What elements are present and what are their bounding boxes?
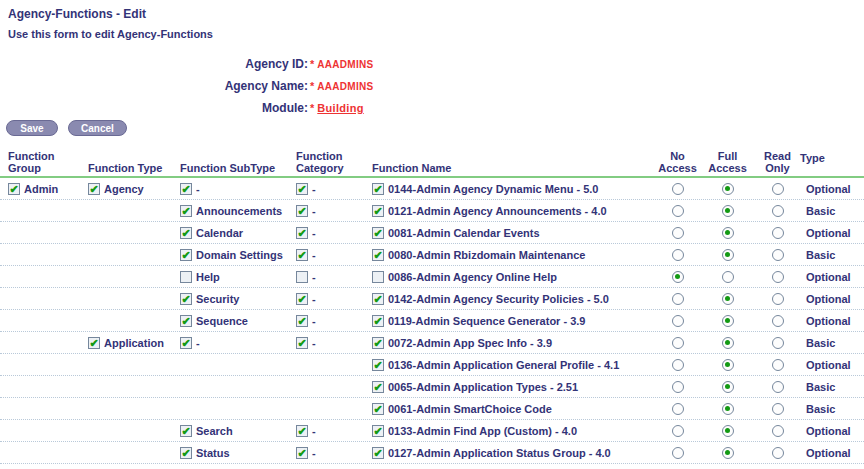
cell-read-only-radio <box>755 359 800 371</box>
read-only-radio[interactable] <box>772 183 784 195</box>
function-name-checkbox[interactable] <box>372 271 384 283</box>
function-category-checkbox[interactable]: ✔ <box>296 249 308 261</box>
cell-category: ✔- <box>296 249 372 261</box>
full-access-radio[interactable] <box>722 249 734 261</box>
table-body: ✔Admin✔Agency✔-✔-✔0144-Admin Agency Dyna… <box>0 178 864 464</box>
read-only-radio[interactable] <box>772 425 784 437</box>
no-access-radio[interactable] <box>672 337 684 349</box>
read-only-radio[interactable] <box>772 381 784 393</box>
function-name-checkbox[interactable]: ✔ <box>372 381 384 393</box>
read-only-radio[interactable] <box>772 359 784 371</box>
function-name-checkbox[interactable]: ✔ <box>372 293 384 305</box>
function-name-checkbox[interactable]: ✔ <box>372 183 384 195</box>
function-name-checkbox[interactable]: ✔ <box>372 337 384 349</box>
full-access-radio[interactable] <box>722 403 734 415</box>
function-category-checkbox[interactable]: ✔ <box>296 227 308 239</box>
no-access-radio[interactable] <box>672 425 684 437</box>
no-access-radio[interactable] <box>672 381 684 393</box>
function-subtype-checkbox[interactable]: ✔ <box>180 183 192 195</box>
function-subtype-checkbox[interactable]: ✔ <box>180 425 192 437</box>
no-access-radio[interactable] <box>672 293 684 305</box>
full-access-radio[interactable] <box>722 425 734 437</box>
cell-subtype: ✔Calendar <box>180 227 296 239</box>
function-category-checkbox[interactable]: ✔ <box>296 315 308 327</box>
function-name-checkbox[interactable]: ✔ <box>372 425 384 437</box>
cell-category: ✔- <box>296 293 372 305</box>
table-row: ✔0061-Admin SmartChoice CodeBasic <box>0 398 864 420</box>
full-access-radio[interactable] <box>722 227 734 239</box>
function-name-checkbox[interactable]: ✔ <box>372 359 384 371</box>
function-subtype-checkbox[interactable]: ✔ <box>180 447 192 459</box>
function-category-checkbox[interactable]: ✔ <box>296 337 308 349</box>
function-subtype-checkbox[interactable]: ✔ <box>180 315 192 327</box>
function-category-checkbox[interactable]: ✔ <box>296 425 308 437</box>
col-header-function-group: Function Group <box>8 150 88 176</box>
read-only-radio[interactable] <box>772 403 784 415</box>
function-subtype-checkbox[interactable]: ✔ <box>180 337 192 349</box>
function-category-checkbox[interactable]: ✔ <box>296 183 308 195</box>
function-type-checkbox[interactable]: ✔ <box>88 183 100 195</box>
cell-type-label: Optional <box>800 425 864 437</box>
cell-subtype: ✔Sequence <box>180 315 296 327</box>
full-access-radio[interactable] <box>722 271 734 283</box>
read-only-radio[interactable] <box>772 271 784 283</box>
function-subtype-checkbox[interactable] <box>180 271 192 283</box>
cell-category: ✔- <box>296 337 372 349</box>
full-access-radio[interactable] <box>722 359 734 371</box>
function-category-checkbox[interactable]: ✔ <box>296 293 308 305</box>
full-access-radio[interactable] <box>722 183 734 195</box>
function-subtype-checkbox[interactable]: ✔ <box>180 227 192 239</box>
function-name-checkbox[interactable]: ✔ <box>372 249 384 261</box>
cell-subtype: Help <box>180 271 296 283</box>
full-access-radio[interactable] <box>722 337 734 349</box>
function-category-checkbox[interactable]: ✔ <box>296 205 308 217</box>
read-only-radio[interactable] <box>772 205 784 217</box>
function-name-checkbox[interactable]: ✔ <box>372 403 384 415</box>
function-group-checkbox[interactable]: ✔ <box>8 183 20 195</box>
function-subtype-checkbox[interactable]: ✔ <box>180 205 192 217</box>
read-only-radio[interactable] <box>772 447 784 459</box>
read-only-radio[interactable] <box>772 227 784 239</box>
cell-full-access-radio <box>700 381 755 393</box>
edit-form: Agency ID: * AAADMINS Agency Name: * AAA… <box>8 53 608 119</box>
read-only-radio[interactable] <box>772 315 784 327</box>
save-button[interactable]: Save <box>6 120 58 136</box>
function-subtype-checkbox[interactable]: ✔ <box>180 293 192 305</box>
table-row: ✔Announcements✔-✔0121-Admin Agency Annou… <box>0 200 864 222</box>
function-name-checkbox[interactable]: ✔ <box>372 227 384 239</box>
function-category-checkbox[interactable]: ✔ <box>296 447 308 459</box>
no-access-radio[interactable] <box>672 205 684 217</box>
function-name-checkbox[interactable]: ✔ <box>372 447 384 459</box>
read-only-radio[interactable] <box>772 249 784 261</box>
cell-full-access-radio <box>700 403 755 415</box>
no-access-radio[interactable] <box>672 249 684 261</box>
full-access-radio[interactable] <box>722 381 734 393</box>
cell-read-only-radio <box>755 425 800 437</box>
row-type-label: Basic <box>800 337 835 349</box>
no-access-radio[interactable] <box>672 403 684 415</box>
function-name-checkbox[interactable]: ✔ <box>372 315 384 327</box>
table-row: ✔Calendar✔-✔0081-Admin Calendar EventsOp… <box>0 222 864 244</box>
table-row: ✔Sequence✔-✔0119-Admin Sequence Generato… <box>0 310 864 332</box>
read-only-radio[interactable] <box>772 293 784 305</box>
no-access-radio[interactable] <box>672 359 684 371</box>
module-value-link[interactable]: Building <box>317 102 363 114</box>
no-access-radio[interactable] <box>672 447 684 459</box>
form-field-agency-name: Agency Name: * AAADMINS <box>8 75 608 97</box>
full-access-radio[interactable] <box>722 293 734 305</box>
functions-table: Function Group Function Type Function Su… <box>0 139 864 464</box>
full-access-radio[interactable] <box>722 315 734 327</box>
function-type-checkbox[interactable]: ✔ <box>88 337 100 349</box>
function-category-checkbox[interactable] <box>296 271 308 283</box>
function-subtype-checkbox[interactable]: ✔ <box>180 249 192 261</box>
function-name-checkbox[interactable]: ✔ <box>372 205 384 217</box>
full-access-radio[interactable] <box>722 447 734 459</box>
required-marker: * <box>310 80 314 92</box>
no-access-radio[interactable] <box>672 271 684 283</box>
no-access-radio[interactable] <box>672 315 684 327</box>
no-access-radio[interactable] <box>672 183 684 195</box>
no-access-radio[interactable] <box>672 227 684 239</box>
cancel-button[interactable]: Cancel <box>68 120 127 136</box>
full-access-radio[interactable] <box>722 205 734 217</box>
read-only-radio[interactable] <box>772 337 784 349</box>
